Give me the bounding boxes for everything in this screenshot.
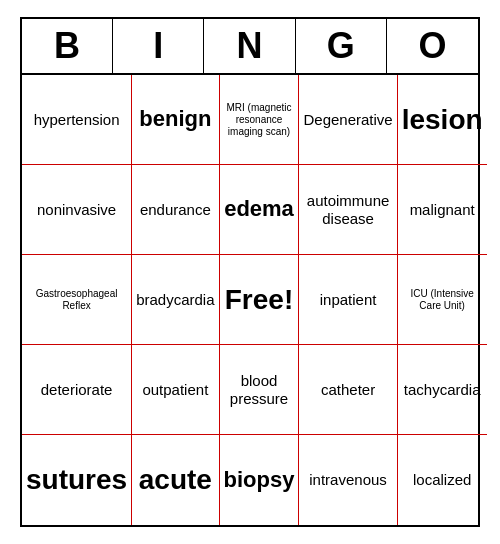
- cell-r4-c2: biopsy: [220, 435, 300, 525]
- cell-r0-c3: Degenerative: [299, 75, 397, 165]
- header-letter-i: I: [113, 19, 204, 73]
- cell-r0-c1: benign: [132, 75, 219, 165]
- cell-r3-c3: catheter: [299, 345, 397, 435]
- cell-r1-c3: autoimmune disease: [299, 165, 397, 255]
- cell-r1-c0: noninvasive: [22, 165, 132, 255]
- cell-r1-c2: edema: [220, 165, 300, 255]
- cell-r4-c0: sutures: [22, 435, 132, 525]
- cell-r2-c1: bradycardia: [132, 255, 219, 345]
- cell-r4-c4: localized: [398, 435, 487, 525]
- header-letter-b: B: [22, 19, 113, 73]
- cell-r4-c3: intravenous: [299, 435, 397, 525]
- cell-r2-c0: Gastroesophageal Reflex: [22, 255, 132, 345]
- cell-r0-c0: hypertension: [22, 75, 132, 165]
- cell-r2-c3: inpatient: [299, 255, 397, 345]
- cell-r3-c4: tachycardia: [398, 345, 487, 435]
- bingo-header: BINGO: [22, 19, 478, 75]
- cell-r1-c1: endurance: [132, 165, 219, 255]
- bingo-grid: hypertensionbenignMRI (magnetic resonanc…: [22, 75, 478, 525]
- cell-r4-c1: acute: [132, 435, 219, 525]
- cell-r2-c4: ICU (Intensive Care Unit): [398, 255, 487, 345]
- cell-r0-c2: MRI (magnetic resonance imaging scan): [220, 75, 300, 165]
- bingo-card: BINGO hypertensionbenignMRI (magnetic re…: [20, 17, 480, 527]
- cell-r3-c1: outpatient: [132, 345, 219, 435]
- header-letter-o: O: [387, 19, 478, 73]
- cell-r3-c0: deteriorate: [22, 345, 132, 435]
- header-letter-n: N: [204, 19, 295, 73]
- cell-r1-c4: malignant: [398, 165, 487, 255]
- cell-r0-c4: lesion: [398, 75, 487, 165]
- cell-r3-c2: blood pressure: [220, 345, 300, 435]
- cell-r2-c2: Free!: [220, 255, 300, 345]
- header-letter-g: G: [296, 19, 387, 73]
